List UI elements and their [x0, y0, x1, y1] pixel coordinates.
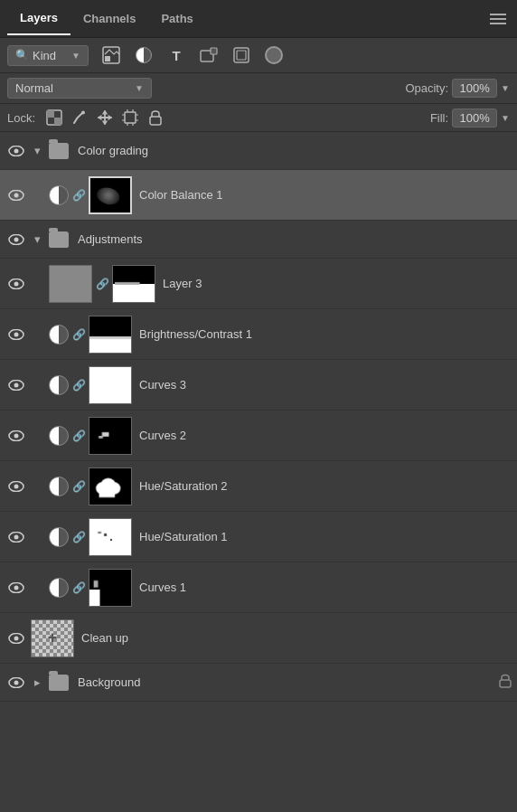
chevron-down-icon[interactable]	[31, 233, 43, 246]
svg-point-21	[14, 332, 19, 336]
lock-bar: Lock:	[0, 104, 517, 132]
layer-row[interactable]: 🔗 Hue/Saturation 2	[0, 461, 517, 512]
filter-text-icon[interactable]: T	[164, 43, 188, 67]
thumb-canvas	[89, 468, 131, 505]
opacity-input[interactable]: 100%	[452, 79, 497, 98]
filter-adjustment-icon[interactable]	[132, 43, 155, 67]
layer-row[interactable]: 🔗 Brightness/Contrast 1	[0, 309, 517, 360]
chain-icon: 🔗	[72, 328, 85, 341]
tab-channels[interactable]: Channels	[70, 3, 149, 34]
svg-rect-36	[500, 680, 511, 687]
thumb-canvas	[89, 519, 131, 555]
lock-pixels-icon[interactable]	[70, 108, 89, 127]
layer-row[interactable]: 🔗 Curves 1	[0, 562, 517, 613]
blend-mode-dropdown[interactable]: Normal ▼	[7, 78, 152, 99]
filter-pixel-icon[interactable]	[99, 43, 123, 67]
svg-point-35	[14, 680, 19, 685]
lock-icon	[499, 674, 512, 691]
layer-name: Curves 2	[139, 429, 186, 442]
svg-rect-11	[150, 117, 161, 125]
layer-thumbnail: +	[31, 619, 74, 657]
chevron-right-icon[interactable]	[31, 676, 43, 689]
chain-icon: 🔗	[96, 278, 108, 290]
eye-icon[interactable]	[5, 374, 27, 396]
lock-all-icon[interactable]	[146, 108, 165, 127]
filter-shape-icon[interactable]	[197, 43, 221, 67]
layer-name: Clean up	[81, 631, 128, 645]
layer-row[interactable]: 🔗 Curves 2	[0, 411, 517, 461]
thumb-canvas	[89, 570, 131, 606]
svg-point-19	[14, 281, 19, 286]
blend-bar: Normal ▼ Opacity: 100% ▼	[0, 73, 517, 104]
svg-rect-1	[105, 56, 110, 61]
eye-icon[interactable]	[5, 273, 27, 295]
fill-label: Fill:	[430, 111, 448, 125]
svg-rect-8	[54, 118, 61, 125]
adjustment-icon	[49, 578, 69, 598]
layer-thumbnail	[89, 316, 132, 354]
layer-row[interactable]: Adjustments	[0, 221, 517, 259]
layer-row[interactable]: 🔗 Hue/Saturation 1	[0, 512, 517, 562]
eye-icon[interactable]	[5, 229, 27, 250]
layers-panel: Layers Channels Paths 🔍 Kind ▼	[0, 0, 517, 702]
filter-bar: 🔍 Kind ▼ T	[0, 38, 517, 73]
svg-point-23	[14, 382, 19, 387]
layer-row[interactable]: 🔗 Layer 3	[0, 259, 517, 309]
thumb-canvas-color-balance	[90, 178, 130, 212]
opacity-label: Opacity:	[405, 81, 448, 95]
filter-circle-icon[interactable]	[262, 43, 286, 67]
layer-name: Background	[78, 675, 140, 689]
chain-icon: 🔗	[72, 379, 85, 392]
eye-icon[interactable]	[5, 324, 27, 345]
eye-icon[interactable]	[5, 425, 27, 447]
opacity-dropdown-arrow[interactable]: ▼	[501, 83, 510, 93]
layer-row[interactable]: + Clean up	[0, 613, 517, 664]
tab-layers[interactable]: Layers	[7, 2, 70, 35]
lock-artboard-icon[interactable]	[120, 108, 140, 127]
tab-bar: Layers Channels Paths	[0, 0, 517, 38]
layer-mask-thumbnail	[112, 265, 155, 303]
eye-icon[interactable]	[5, 476, 27, 497]
layer-row[interactable]: Color grading	[0, 132, 517, 170]
layer-name: Color grading	[78, 144, 148, 157]
svg-point-15	[14, 193, 19, 197]
eye-icon[interactable]	[5, 577, 27, 599]
tab-paths[interactable]: Paths	[148, 3, 205, 34]
layer-thumbnail	[49, 265, 92, 303]
eye-icon[interactable]	[5, 184, 27, 206]
chevron-down-icon[interactable]	[31, 145, 43, 157]
layer-thumbnail	[89, 417, 132, 455]
chain-icon: 🔗	[72, 430, 85, 442]
chain-icon: 🔗	[72, 189, 85, 202]
eye-icon[interactable]	[5, 672, 27, 694]
lock-transparent-icon[interactable]	[44, 108, 64, 127]
half-circle-icon	[136, 47, 152, 63]
svg-rect-10	[125, 112, 136, 123]
svg-point-13	[14, 148, 19, 153]
svg-point-31	[14, 585, 19, 590]
eye-icon[interactable]	[5, 628, 27, 649]
layer-thumbnail	[89, 366, 132, 404]
filter-icons: T	[99, 43, 286, 67]
chain-icon: 🔗	[72, 581, 85, 594]
thumb-canvas	[113, 266, 155, 302]
layer-row[interactable]: 🔗 Curves 3	[0, 360, 517, 411]
svg-rect-3	[211, 48, 217, 54]
svg-rect-5	[237, 51, 246, 60]
lock-position-icon[interactable]	[95, 108, 115, 127]
panel-menu-icon[interactable]	[486, 10, 510, 28]
opacity-section: Opacity: 100% ▼	[405, 79, 510, 98]
lock-label: Lock:	[7, 111, 35, 125]
kind-dropdown[interactable]: 🔍 Kind ▼	[7, 45, 89, 66]
fill-dropdown-arrow[interactable]: ▼	[501, 113, 510, 123]
layer-row[interactable]: 🔗 Color Balance 1	[0, 170, 517, 221]
filter-smart-icon[interactable]	[230, 43, 253, 67]
layers-list: Color grading 🔗 Color Balance 1 Adjustme…	[0, 132, 517, 702]
eye-icon[interactable]	[5, 140, 27, 162]
svg-point-9	[81, 111, 85, 115]
layer-row[interactable]: Background	[0, 664, 517, 702]
layer-thumbnail	[89, 467, 132, 505]
fill-input[interactable]: 100%	[452, 109, 497, 127]
eye-icon[interactable]	[5, 526, 27, 548]
blend-mode-arrow: ▼	[135, 83, 144, 93]
